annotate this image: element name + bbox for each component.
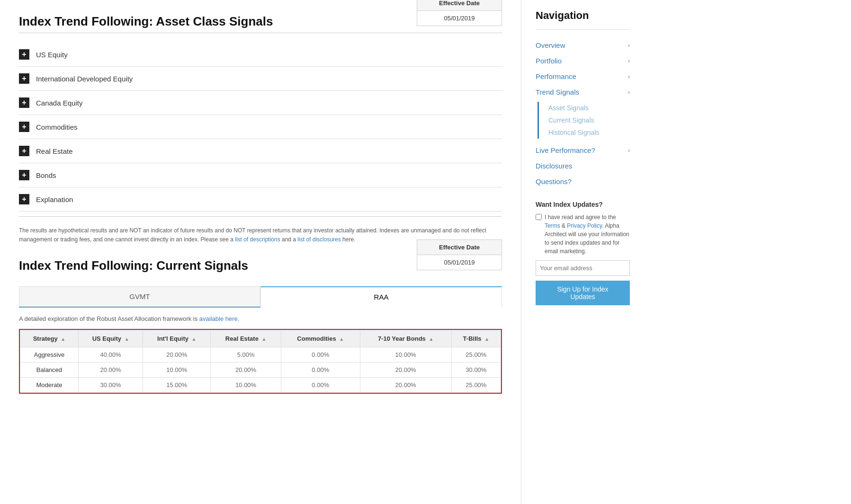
cell-strategy-balanced: Balanced	[20, 363, 79, 378]
table-row-moderate: Moderate 30.00% 15.00% 10.00% 0.00% 20.0…	[20, 378, 501, 393]
cell-moderate-us-equity: 30.00%	[78, 378, 143, 393]
sidebar-item-performance[interactable]: Performance ›	[536, 69, 630, 84]
sidebar-label-disclosures: Disclosures	[536, 162, 573, 170]
expand-icon-canada-equity: +	[19, 97, 29, 108]
email-input[interactable]	[536, 260, 630, 276]
cell-aggressive-intl-equity: 20.00%	[143, 347, 211, 363]
cell-aggressive-commodities: 0.00%	[281, 347, 360, 363]
table-row-balanced: Balanced 20.00% 10.00% 20.00% 0.00% 20.0…	[20, 363, 501, 378]
chevron-right-portfolio: ›	[628, 58, 630, 64]
expand-icon-commodities: +	[19, 122, 29, 132]
tab-gvmt[interactable]: GVMT	[19, 286, 260, 307]
accordion-label-us-equity: US Equity	[36, 51, 68, 59]
disclaimer-link-descriptions[interactable]: list of descriptions	[235, 236, 280, 243]
chevron-right-live-performance: ›	[628, 147, 630, 154]
sidebar-item-asset-signals[interactable]: Asset Signals	[545, 102, 630, 114]
accordion-item-explanation[interactable]: + Explanation	[19, 187, 502, 212]
effective-date-box-1: Effective Date 05/01/2019	[417, 0, 502, 26]
sidebar-item-overview[interactable]: Overview ›	[536, 37, 630, 53]
signup-button[interactable]: Sign Up for Index Updates	[536, 281, 630, 305]
index-updates-title: Want Index Updates?	[536, 201, 630, 208]
expand-icon-bonds: +	[19, 170, 29, 180]
accordion-label-intl-equity: International Developed Equity	[36, 75, 133, 83]
sidebar-label-questions: Questions?	[536, 177, 572, 186]
expand-icon-intl-equity: +	[19, 73, 29, 84]
sidebar-item-historical-signals[interactable]: Historical Signals	[545, 126, 630, 139]
sidebar-label-overview: Overview	[536, 41, 565, 49]
privacy-link[interactable]: Privacy Policy	[567, 222, 602, 229]
sidebar-title: Navigation	[536, 9, 630, 22]
terms-checkbox[interactable]	[536, 214, 542, 220]
effective-date-value-2: 05/01/2019	[417, 255, 502, 270]
accordion-list: + US Equity + International Developed Eq…	[19, 43, 502, 212]
accordion-item-canada-equity[interactable]: + Canada Equity	[19, 91, 502, 115]
sidebar-item-portfolio[interactable]: Portfolio ›	[536, 53, 630, 69]
cell-strategy-aggressive: Aggressive	[20, 347, 79, 363]
sidebar-label-live-performance: Live Performance?	[536, 146, 595, 154]
chevron-right-trend-signals: ›	[628, 89, 630, 96]
terms-link[interactable]: Terms	[545, 222, 560, 229]
cell-balanced-us-equity: 20.00%	[78, 363, 143, 378]
tab-raa[interactable]: RAA	[260, 286, 502, 308]
tab-note: A detailed exploration of the Robust Ass…	[19, 315, 502, 322]
accordion-label-canada-equity: Canada Equity	[36, 99, 82, 107]
effective-date-box-2: Effective Date 05/01/2019	[417, 239, 502, 270]
cell-balanced-tbills: 30.00%	[451, 363, 501, 378]
col-header-real-estate[interactable]: Real Estate ▲	[211, 330, 281, 347]
cell-aggressive-us-equity: 40.00%	[78, 347, 143, 363]
accordion-item-commodities[interactable]: + Commodities	[19, 115, 502, 139]
table-wrapper: Strategy ▲ US Equity ▲ Int'l Equity ▲ Re…	[19, 329, 502, 394]
accordion-label-explanation: Explanation	[36, 195, 73, 203]
col-header-us-equity[interactable]: US Equity ▲	[78, 330, 143, 347]
terms-checkbox-row: I have read and agree to the Terms & Pri…	[536, 213, 630, 256]
trend-signals-subnav: Asset Signals Current Signals Historical…	[537, 102, 630, 139]
cell-moderate-tbills: 25.00%	[451, 378, 501, 393]
cell-aggressive-bonds: 10.00%	[360, 347, 451, 363]
cell-strategy-moderate: Moderate	[20, 378, 79, 393]
table-row-aggressive: Aggressive 40.00% 20.00% 5.00% 0.00% 10.…	[20, 347, 501, 363]
col-header-tbills[interactable]: T-Bills ▲	[451, 330, 501, 347]
accordion-label-commodities: Commodities	[36, 123, 78, 131]
terms-text: I have read and agree to the Terms & Pri…	[545, 213, 630, 256]
cell-moderate-commodities: 0.00%	[281, 378, 360, 393]
cell-moderate-bonds: 20.00%	[360, 378, 451, 393]
cell-aggressive-real-estate: 5.00%	[211, 347, 281, 363]
tab-content-raa: A detailed exploration of the Robust Ass…	[19, 308, 502, 403]
sidebar-item-trend-signals[interactable]: Trend Signals ›	[536, 84, 630, 100]
sidebar-label-trend-signals: Trend Signals	[536, 88, 579, 96]
cell-balanced-bonds: 20.00%	[360, 363, 451, 378]
tab-container: GVMT RAA	[19, 286, 502, 308]
effective-date-value-1: 05/01/2019	[417, 11, 502, 26]
sidebar-item-current-signals[interactable]: Current Signals	[545, 114, 630, 126]
sidebar-label-portfolio: Portfolio	[536, 57, 562, 65]
cell-balanced-real-estate: 20.00%	[211, 363, 281, 378]
index-updates-section: Want Index Updates? I have read and agre…	[536, 201, 630, 305]
accordion-label-bonds: Bonds	[36, 171, 56, 179]
expand-icon-us-equity: +	[19, 49, 29, 60]
tab-note-link[interactable]: available here.	[199, 315, 240, 322]
col-header-strategy[interactable]: Strategy ▲	[20, 330, 79, 347]
chevron-right-performance: ›	[628, 73, 630, 80]
current-signals-table: Strategy ▲ US Equity ▲ Int'l Equity ▲ Re…	[20, 330, 501, 393]
expand-icon-real-estate: +	[19, 146, 29, 156]
accordion-item-us-equity[interactable]: + US Equity	[19, 43, 502, 67]
effective-date-label-2: Effective Date	[417, 240, 502, 255]
accordion-label-real-estate: Real Estate	[36, 147, 73, 155]
cell-moderate-intl-equity: 15.00%	[143, 378, 211, 393]
col-header-intl-equity[interactable]: Int'l Equity ▲	[143, 330, 211, 347]
sidebar-item-live-performance[interactable]: Live Performance? ›	[536, 142, 630, 158]
col-header-commodities[interactable]: Commodities ▲	[281, 330, 360, 347]
sidebar: Navigation Overview › Portfolio › Perfor…	[521, 0, 644, 504]
accordion-item-real-estate[interactable]: + Real Estate	[19, 139, 502, 163]
accordion-item-intl-equity[interactable]: + International Developed Equity	[19, 67, 502, 91]
sidebar-item-questions[interactable]: Questions?	[536, 174, 630, 189]
cell-balanced-intl-equity: 10.00%	[143, 363, 211, 378]
expand-icon-explanation: +	[19, 194, 29, 204]
col-header-bonds[interactable]: 7-10 Year Bonds ▲	[360, 330, 451, 347]
sidebar-label-performance: Performance	[536, 72, 576, 80]
disclaimer-link-disclosures[interactable]: list of disclosures	[297, 236, 340, 243]
sidebar-item-disclosures[interactable]: Disclosures	[536, 158, 630, 174]
chevron-right-overview: ›	[628, 42, 630, 49]
effective-date-label-1: Effective Date	[417, 0, 502, 11]
accordion-item-bonds[interactable]: + Bonds	[19, 163, 502, 187]
